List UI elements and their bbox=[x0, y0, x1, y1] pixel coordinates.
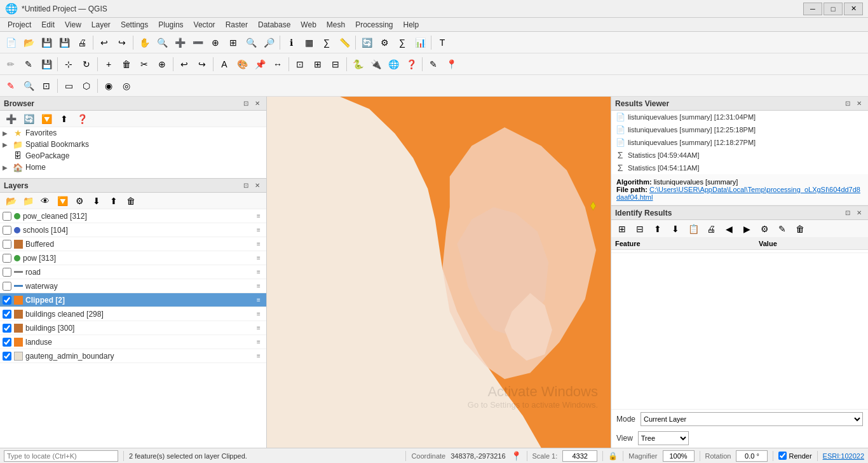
identify-nav-next-button[interactable]: ▶ bbox=[738, 221, 755, 237]
help-button[interactable]: ❓ bbox=[403, 56, 419, 73]
layer-item[interactable]: road ≡ bbox=[0, 265, 266, 279]
layer-item[interactable]: pow [313] ≡ bbox=[0, 251, 266, 265]
expand-all-button[interactable]: ⬇ bbox=[88, 193, 105, 209]
render-checkbox[interactable]: Render bbox=[778, 452, 811, 460]
select-location-button[interactable]: ◉ bbox=[100, 78, 117, 94]
layer-item[interactable]: buildings [300] ≡ bbox=[0, 321, 266, 335]
menu-web[interactable]: Web bbox=[295, 19, 321, 31]
plugin-manager-button[interactable]: 🔌 bbox=[367, 56, 384, 73]
menu-plugins[interactable]: Plugins bbox=[153, 19, 188, 31]
zoom-selection-button[interactable]: ⊞ bbox=[225, 34, 241, 51]
layer-item[interactable]: waterway ≡ bbox=[0, 279, 266, 293]
zoom-button[interactable]: 🔍 bbox=[154, 34, 170, 51]
remove-layer-button[interactable]: 🗑 bbox=[123, 193, 139, 209]
print-button[interactable]: 🖨 bbox=[74, 34, 90, 51]
select-button[interactable]: ⊡ bbox=[292, 56, 308, 73]
locate-input[interactable] bbox=[4, 450, 118, 462]
magnifier-input[interactable] bbox=[663, 450, 695, 462]
menu-raster[interactable]: Raster bbox=[220, 19, 253, 31]
select-all-button[interactable]: ⊡ bbox=[38, 78, 55, 94]
result-item[interactable]: Σ Statistics [04:54:11AM] bbox=[611, 162, 868, 174]
identify-extra-button[interactable]: ✎ bbox=[774, 221, 790, 237]
layer-checkbox[interactable] bbox=[3, 324, 11, 333]
identify-close-button[interactable]: ✕ bbox=[854, 208, 864, 218]
show-all-button[interactable]: 👁 bbox=[37, 193, 53, 209]
attribute-table-button[interactable]: ▦ bbox=[301, 34, 317, 51]
edit-selection-button[interactable]: ✎ bbox=[3, 78, 19, 94]
label-tool-button[interactable]: A bbox=[216, 56, 233, 73]
layer-menu-button[interactable]: ≡ bbox=[254, 309, 264, 319]
menu-mesh[interactable]: Mesh bbox=[322, 19, 350, 31]
scripting-button[interactable]: 📊 bbox=[412, 34, 428, 51]
result-item[interactable]: 📄 listuniquevalues [summary] [12:31:04PM… bbox=[611, 111, 868, 123]
layer-menu-button[interactable]: ≡ bbox=[254, 337, 264, 347]
layer-item[interactable]: buildings cleaned [298] ≡ bbox=[0, 307, 266, 321]
undo-edit-button[interactable]: ↩ bbox=[176, 56, 193, 73]
settings-button[interactable]: ⚙ bbox=[376, 34, 393, 51]
zoom-in-button[interactable]: ➕ bbox=[172, 34, 188, 51]
measure-button[interactable]: 📏 bbox=[336, 34, 353, 51]
scale-input[interactable] bbox=[562, 450, 597, 462]
select-rect-button[interactable]: ▭ bbox=[60, 78, 77, 94]
python-button[interactable]: 🐍 bbox=[349, 56, 366, 73]
identify-settings-button[interactable]: ⚙ bbox=[756, 221, 773, 237]
map-area[interactable]: Activate Windows Go to Settings to activ… bbox=[267, 97, 611, 448]
layer-item[interactable]: schools [104] ≡ bbox=[0, 223, 266, 237]
layer-checkbox[interactable] bbox=[3, 226, 11, 235]
refresh-button[interactable]: 🔄 bbox=[358, 34, 375, 51]
add-feature-button[interactable]: + bbox=[100, 56, 117, 73]
collapse-all-button[interactable]: ⬆ bbox=[105, 193, 122, 209]
browser-item-bookmarks[interactable]: ▶ 📁 Spatial Bookmarks bbox=[0, 139, 266, 150]
new-project-button[interactable]: 📄 bbox=[3, 34, 19, 51]
maximize-button[interactable]: □ bbox=[824, 3, 843, 15]
menu-settings[interactable]: Settings bbox=[116, 19, 153, 31]
split-button[interactable]: ✂ bbox=[136, 56, 153, 73]
identify-copy-button[interactable]: 📋 bbox=[685, 221, 702, 237]
zoom-full-button[interactable]: 🔍 bbox=[243, 34, 259, 51]
render-toggle[interactable] bbox=[778, 452, 787, 460]
layer-menu-button[interactable]: ≡ bbox=[254, 351, 264, 361]
label-move-button[interactable]: ↔ bbox=[269, 56, 286, 73]
save-button[interactable]: 💾 bbox=[38, 34, 55, 51]
open-layer-button[interactable]: 📂 bbox=[3, 193, 19, 209]
browser-item-geopackage[interactable]: 🗄 GeoPackage bbox=[0, 150, 266, 162]
identify-nav-prev-button[interactable]: ◀ bbox=[721, 221, 737, 237]
layer-menu-button[interactable]: ≡ bbox=[254, 267, 264, 277]
delete-feature-button[interactable]: 🗑 bbox=[118, 56, 135, 73]
browser-float-button[interactable]: ⊡ bbox=[241, 99, 251, 109]
rotation-input[interactable] bbox=[736, 450, 768, 462]
result-item[interactable]: 📄 listuniquevalues [summary] [12:25:18PM… bbox=[611, 123, 868, 136]
menu-vector[interactable]: Vector bbox=[189, 19, 220, 31]
identify-float-button[interactable]: ⊡ bbox=[843, 208, 853, 218]
browser-collapse-button[interactable]: ⬆ bbox=[56, 111, 72, 127]
layer-checkbox[interactable] bbox=[3, 296, 11, 305]
label-color-button[interactable]: 🎨 bbox=[234, 56, 250, 73]
layer-menu-button[interactable]: ≡ bbox=[254, 253, 264, 263]
minimize-button[interactable]: ─ bbox=[803, 3, 822, 15]
identify-expand-button[interactable]: ⊞ bbox=[614, 221, 630, 237]
layer-filter-button[interactable]: ⚙ bbox=[71, 193, 88, 209]
identify-print-button[interactable]: 🖨 bbox=[703, 221, 719, 237]
layer-item[interactable]: Buffered ≡ bbox=[0, 237, 266, 251]
select-by-button[interactable]: ⊞ bbox=[309, 56, 326, 73]
label-pin-button[interactable]: 📌 bbox=[252, 56, 268, 73]
georef-button[interactable]: 📍 bbox=[443, 56, 459, 73]
layer-menu-button[interactable]: ≡ bbox=[254, 323, 264, 333]
filepath-link[interactable]: C:\Users\USER\AppData\Local\Temp\process… bbox=[616, 186, 860, 201]
layer-checkbox[interactable] bbox=[3, 268, 11, 277]
digitize-button[interactable]: ✏ bbox=[3, 56, 19, 73]
redo-button[interactable]: ↪ bbox=[114, 34, 130, 51]
layer-checkbox[interactable] bbox=[3, 352, 11, 361]
rotate-button[interactable]: ↻ bbox=[78, 56, 95, 73]
results-close-button[interactable]: ✕ bbox=[854, 99, 864, 109]
layer-item[interactable]: landuse ≡ bbox=[0, 335, 266, 349]
calculator-button[interactable]: ∑ bbox=[394, 34, 410, 51]
layer-checkbox[interactable] bbox=[3, 212, 11, 221]
save-as-button[interactable]: 💾 bbox=[56, 34, 72, 51]
layer-menu-button[interactable]: ≡ bbox=[254, 295, 264, 305]
layer-menu-button[interactable]: ≡ bbox=[254, 281, 264, 291]
statistics-button[interactable]: ∑ bbox=[318, 34, 335, 51]
merge-button[interactable]: ⊕ bbox=[154, 56, 170, 73]
layer-item[interactable]: gauteng_admin_boundary ≡ bbox=[0, 349, 266, 363]
identify-down-button[interactable]: ⬇ bbox=[667, 221, 684, 237]
